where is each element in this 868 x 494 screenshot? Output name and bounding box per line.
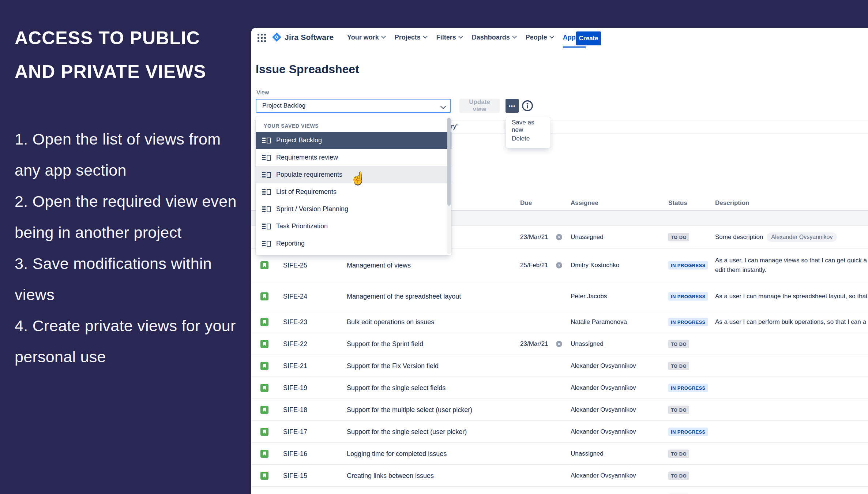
issue-key[interactable]: SIFE-22 — [283, 340, 307, 348]
chevron-down-icon — [440, 104, 446, 109]
issue-key[interactable]: SIFE-16 — [283, 450, 307, 457]
table-row[interactable]: SIFE-15Creating links between issuesAlex… — [251, 465, 868, 487]
assignee[interactable]: Alexander Ovsyannikov — [571, 472, 636, 479]
assignee[interactable]: Alexander Ovsyannikov — [571, 362, 636, 370]
nav-item-your-work[interactable]: Your work — [347, 28, 385, 48]
issue-summary[interactable]: Support for the single select fields — [347, 384, 446, 392]
status-badge[interactable]: IN PROGRESS — [668, 261, 708, 270]
chevron-down-icon — [458, 34, 463, 39]
menu-item-save-as-new[interactable]: Save as new — [506, 120, 551, 132]
dropdown-scrollbar[interactable] — [447, 117, 451, 254]
jira-logo[interactable]: Jira Software — [272, 32, 334, 42]
view-select[interactable]: Project Backlog — [256, 99, 451, 113]
table-row[interactable]: SIFE-17Support for the single select (us… — [251, 421, 868, 443]
status-badge[interactable]: TO DO — [668, 362, 689, 370]
issue-summary[interactable]: Bulk edit operations on issues — [347, 318, 434, 326]
nav-item-people[interactable]: People — [526, 28, 553, 48]
issue-summary[interactable]: Management of views — [347, 262, 411, 269]
saved-view-label: Task Prioritization — [276, 222, 328, 230]
issue-summary[interactable]: Support for the Sprint field — [347, 340, 423, 348]
issue-key[interactable]: SIFE-17 — [283, 428, 307, 435]
app-switcher-icon[interactable] — [258, 34, 266, 42]
clear-date-icon[interactable]: × — [556, 234, 562, 240]
issue-key[interactable]: SIFE-25 — [283, 262, 307, 269]
assignee[interactable]: Peter Jacobs — [571, 293, 607, 300]
issue-summary[interactable]: Support for the Fix Version field — [347, 362, 439, 370]
chevron-down-icon — [549, 34, 554, 39]
issue-summary[interactable]: Management of the spreadsheet layout — [347, 293, 461, 300]
table-row[interactable]: SIFE-23Bulk edit operations on issuesNat… — [251, 311, 868, 333]
status-badge[interactable]: TO DO — [668, 449, 689, 458]
due-date[interactable]: 23/Mar/21 — [520, 233, 548, 241]
table-row[interactable]: SIFE-22Support for the Sprint field23/Ma… — [251, 333, 868, 355]
issue-summary[interactable]: Creating links between issues — [347, 472, 434, 479]
issue-key[interactable]: SIFE-18 — [283, 406, 307, 413]
description[interactable]: As a user, I can manage views so that I … — [715, 256, 868, 275]
saved-view-item-2[interactable]: Requirements review — [256, 149, 451, 166]
story-icon — [260, 340, 268, 348]
status-badge[interactable]: IN PROGRESS — [668, 292, 708, 301]
info-icon[interactable] — [522, 100, 533, 112]
description[interactable]: Some descriptionAlexander Ovsyannikov — [715, 232, 868, 242]
table-row[interactable]: SIFE-18Support for the multiple select (… — [251, 399, 868, 421]
assignee[interactable]: Natalie Paramonova — [571, 318, 627, 326]
issue-type-story-icon — [260, 428, 268, 436]
update-view-button[interactable]: Update view — [459, 99, 500, 113]
story-icon — [260, 261, 268, 269]
story-icon — [260, 362, 268, 370]
saved-view-item-7[interactable]: Reporting — [256, 235, 451, 252]
top-nav: Jira Software Your workProjectsFiltersDa… — [251, 28, 868, 48]
assignee[interactable]: Alexander Ovsyannikov — [571, 406, 636, 413]
due-date[interactable]: 25/Feb/21 — [520, 262, 548, 269]
more-options-button[interactable]: ••• — [506, 99, 519, 113]
issue-key[interactable]: SIFE-15 — [283, 472, 307, 479]
clear-date-icon[interactable]: × — [556, 341, 562, 347]
menu-item-delete[interactable]: Delete — [506, 132, 551, 145]
issue-summary[interactable]: Support for the multiple select (user pi… — [347, 406, 472, 413]
issue-summary[interactable]: Support for the single select (user pick… — [347, 428, 467, 435]
table-row[interactable]: SIFE-16Logging time for completed issues… — [251, 443, 868, 465]
jira-app-window: Jira Software Your workProjectsFiltersDa… — [251, 28, 868, 494]
create-button[interactable]: Create — [576, 31, 601, 45]
issue-key[interactable]: SIFE-19 — [283, 384, 307, 392]
saved-view-item-1[interactable]: Project Backlog — [256, 132, 451, 149]
assignee[interactable]: Alexander Ovsyannikov — [571, 384, 636, 392]
status-badge[interactable]: TO DO — [668, 340, 689, 348]
chevron-down-icon — [512, 34, 517, 39]
status-badge[interactable]: TO DO — [668, 471, 689, 480]
nav-item-dashboards[interactable]: Dashboards — [472, 28, 516, 48]
mention-pill[interactable]: Alexander Ovsyannikov — [767, 232, 837, 242]
issue-key[interactable]: SIFE-24 — [283, 293, 307, 300]
status-badge[interactable]: TO DO — [668, 405, 689, 414]
nav-item-filters[interactable]: Filters — [436, 28, 462, 48]
assignee[interactable]: Unassigned — [571, 233, 604, 241]
issue-key[interactable]: SIFE-21 — [283, 362, 307, 370]
nav-item-label: Your work — [347, 34, 379, 41]
description[interactable]: As a user I can manage the spreadsheet l… — [715, 292, 868, 301]
nav-item-projects[interactable]: Projects — [395, 28, 427, 48]
saved-view-item-5[interactable]: Sprint / Version Planning — [256, 201, 451, 218]
issue-summary[interactable]: Logging time for completed issues — [347, 450, 447, 457]
saved-view-item-8[interactable]: Task Assignment — [256, 252, 451, 255]
issue-key[interactable]: SIFE-23 — [283, 318, 307, 326]
description[interactable]: As a user I can perform bulk operations,… — [715, 317, 868, 327]
due-date[interactable]: 23/Mar/21 — [520, 340, 548, 348]
assignee[interactable]: Dmitry Kostochko — [571, 262, 619, 269]
assignee[interactable]: Unassigned — [571, 340, 604, 348]
assignee[interactable]: Unassigned — [571, 450, 604, 457]
saved-view-item-4[interactable]: List of Requirements — [256, 183, 451, 201]
saved-view-item-6[interactable]: Task Prioritization — [256, 218, 451, 235]
status-badge[interactable]: IN PROGRESS — [668, 318, 708, 326]
status-badge[interactable]: IN PROGRESS — [668, 427, 708, 436]
spreadsheet-view-icon — [262, 189, 271, 195]
assignee[interactable]: Alexander Ovsyannikov — [571, 428, 636, 435]
table-row[interactable]: SIFE-19Support for the single select fie… — [251, 377, 868, 399]
jira-diamond-icon — [272, 32, 282, 42]
table-row[interactable]: SIFE-24Management of the spreadsheet lay… — [251, 282, 868, 311]
clear-date-icon[interactable]: × — [556, 262, 562, 269]
dropdown-scrollbar-thumb[interactable] — [447, 118, 451, 206]
table-row[interactable]: SIFE-21Support for the Fix Version field… — [251, 355, 868, 377]
status-badge[interactable]: TO DO — [668, 233, 689, 241]
table-row[interactable]: SIFE-14Editing of componentsAlexander Ov… — [251, 487, 868, 494]
status-badge[interactable]: IN PROGRESS — [668, 383, 708, 392]
